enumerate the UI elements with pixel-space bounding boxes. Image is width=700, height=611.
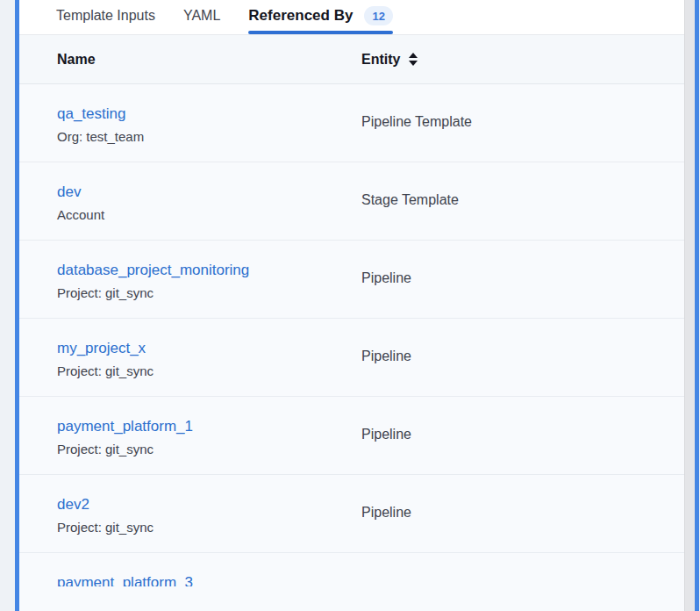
template-name-link[interactable]: payment_platform_1 <box>57 415 193 438</box>
table-header-row: Name Entity <box>19 35 684 84</box>
column-header-entity[interactable]: Entity <box>361 52 418 68</box>
template-name-link[interactable]: dev2 <box>57 493 89 516</box>
tab-referenced-by[interactable]: Referenced By 12 <box>248 0 393 34</box>
tab-label: Referenced By <box>248 7 353 25</box>
table-row: qa_testing Org: test_team Pipeline Templ… <box>19 84 684 162</box>
sort-arrows-icon[interactable] <box>409 53 418 66</box>
name-cell: dev2 Project: git_sync <box>19 475 361 552</box>
drawer-content: Template Inputs YAML Referenced By 12 Na… <box>19 0 684 611</box>
tab-label: YAML <box>183 8 220 24</box>
tab-template-inputs[interactable]: Template Inputs <box>56 0 155 34</box>
template-details-drawer: Template Inputs YAML Referenced By 12 Na… <box>15 0 699 611</box>
scope-label: Project: git_sync <box>57 361 361 382</box>
name-cell: dev Account <box>19 162 361 240</box>
template-name-link[interactable]: qa_testing <box>57 103 125 126</box>
scrollbar-track[interactable] <box>684 0 695 611</box>
table-row: payment_platform_1 Project: git_sync Pip… <box>19 397 684 475</box>
table-row: my_project_x Project: git_sync Pipeline <box>19 319 684 397</box>
tabs-bar: Template Inputs YAML Referenced By 12 <box>19 0 684 35</box>
entity-cell: Pipeline <box>361 241 411 318</box>
tab-yaml[interactable]: YAML <box>183 0 220 34</box>
scope-label: Account <box>57 205 361 226</box>
active-tab-indicator <box>248 31 393 34</box>
column-header-name: Name <box>19 52 361 68</box>
entity-cell: Pipeline <box>361 397 411 474</box>
table-row: dev2 Project: git_sync Pipeline <box>19 475 684 553</box>
scope-label: Project: git_sync <box>57 283 361 304</box>
scope-label: Org: test_team <box>57 126 361 147</box>
table-row: database_project_monitoring Project: git… <box>19 241 684 319</box>
template-name-link[interactable]: dev <box>57 181 81 204</box>
scope-label: Project: git_sync <box>57 439 361 460</box>
entity-cell: Stage Template <box>361 162 459 240</box>
tab-label: Template Inputs <box>56 8 155 24</box>
name-cell: my_project_x Project: git_sync <box>19 319 361 396</box>
scope-label: Project: git_sync <box>57 517 361 538</box>
entity-cell: Pipeline Template <box>361 84 472 162</box>
entity-cell: Pipeline <box>361 475 411 552</box>
table-footer-spacer <box>19 586 684 611</box>
template-name-link[interactable]: my_project_x <box>57 337 146 360</box>
name-cell: payment_platform_3 <box>19 553 361 586</box>
template-name-link[interactable]: database_project_monitoring <box>57 259 249 282</box>
name-cell: database_project_monitoring Project: git… <box>19 241 361 318</box>
referenced-by-count-badge: 12 <box>364 6 392 25</box>
name-cell: qa_testing Org: test_team <box>19 84 361 162</box>
table-row: payment_platform_3 <box>19 553 684 586</box>
table-row: dev Account Stage Template <box>19 162 684 241</box>
sort-asc-icon <box>409 53 418 58</box>
table-body: qa_testing Org: test_team Pipeline Templ… <box>19 84 684 586</box>
sort-desc-icon <box>409 61 418 66</box>
name-cell: payment_platform_1 Project: git_sync <box>19 397 361 474</box>
column-header-entity-label: Entity <box>361 52 400 68</box>
entity-cell: Pipeline <box>361 319 411 396</box>
template-name-link[interactable]: payment_platform_3 <box>57 571 193 586</box>
